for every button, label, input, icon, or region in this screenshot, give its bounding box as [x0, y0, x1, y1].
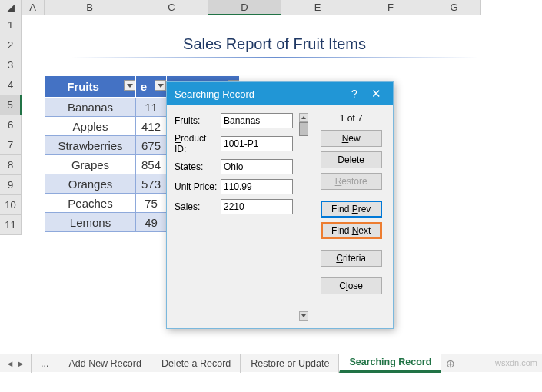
- row-header-11[interactable]: 11: [0, 215, 22, 235]
- col-header-A[interactable]: A: [22, 0, 45, 15]
- scroll-down-button[interactable]: [299, 311, 308, 321]
- row-header-6[interactable]: 6: [0, 115, 22, 135]
- col-header-G[interactable]: G: [427, 0, 481, 15]
- row-header-9[interactable]: 9: [0, 175, 22, 195]
- label-fruits: Fruits:: [175, 115, 221, 126]
- form-fields: Fruits: Product ID: States: Unit Price: …: [175, 113, 298, 299]
- add-sheet-button[interactable]: ⊕: [441, 357, 460, 370]
- sheet-tab-bar: ◄ ► ... Add New Record Delete a Record R…: [0, 354, 542, 372]
- input-states[interactable]: [221, 159, 293, 174]
- input-sales[interactable]: [221, 199, 293, 214]
- tab-ellipsis[interactable]: ...: [31, 354, 58, 373]
- cell-fruit: Grapes: [45, 155, 136, 174]
- header-price-label: e: [141, 80, 147, 93]
- delete-button[interactable]: Delete: [321, 151, 382, 168]
- col-header-E[interactable]: E: [281, 0, 354, 15]
- row-header-4[interactable]: 4: [0, 75, 22, 95]
- col-header-F[interactable]: F: [354, 0, 427, 15]
- filter-dropdown-icon[interactable]: [124, 80, 135, 91]
- tab-add-new-record[interactable]: Add New Record: [58, 354, 151, 373]
- close-button[interactable]: ✕: [365, 87, 387, 101]
- select-all-cell[interactable]: ◢: [0, 0, 22, 15]
- input-unit-price[interactable]: [221, 179, 293, 194]
- input-product-id[interactable]: [221, 136, 293, 151]
- dialog-body: Fruits: Product ID: States: Unit Price: …: [167, 105, 393, 307]
- tab-delete-a-record[interactable]: Delete a Record: [151, 354, 241, 373]
- cell-fruit: Peaches: [45, 194, 136, 213]
- input-fruits[interactable]: [221, 113, 293, 128]
- col-header-B[interactable]: B: [45, 0, 135, 15]
- row-header-7[interactable]: 7: [0, 135, 22, 155]
- watermark: wsxdn.com: [495, 358, 537, 367]
- row-header-8[interactable]: 8: [0, 155, 22, 175]
- row-header-10[interactable]: 10: [0, 195, 22, 215]
- dialog-titlebar[interactable]: Searching Record ? ✕: [167, 82, 393, 105]
- col-header-C[interactable]: C: [135, 0, 208, 15]
- label-unit-price: Unit Price:: [175, 181, 221, 192]
- header-fruits-label: Fruits: [67, 80, 99, 93]
- label-states: States:: [175, 161, 221, 172]
- cell-price: 49: [136, 213, 167, 232]
- cell-price: 75: [136, 194, 167, 213]
- report-title: Sales Report of Fruit Items: [45, 35, 504, 53]
- record-scrollbar[interactable]: [298, 113, 310, 299]
- row-header-2[interactable]: 2: [0, 35, 22, 55]
- cell-fruit: Strawberries: [45, 136, 136, 155]
- help-button[interactable]: ?: [344, 88, 365, 100]
- new-button[interactable]: NeNeww: [321, 130, 382, 147]
- find-prev-button[interactable]: Find Prev: [321, 201, 382, 218]
- column-headers: ◢ A B C D E F G: [0, 0, 481, 15]
- row-header-3[interactable]: 3: [0, 55, 22, 75]
- cell-price: 675: [136, 136, 167, 155]
- tab-restore-or-update[interactable]: Restore or Update: [241, 354, 339, 373]
- cell-fruit: Apples: [45, 117, 136, 136]
- title-underline: [71, 57, 479, 58]
- cell-price: 11: [136, 98, 167, 117]
- cell-price: 412: [136, 117, 167, 136]
- label-product-id: Product ID:: [175, 133, 221, 154]
- tab-nav-buttons[interactable]: ◄ ►: [0, 359, 31, 368]
- criteria-button[interactable]: Criteria: [321, 250, 382, 267]
- cell-fruit: Oranges: [45, 174, 136, 194]
- row-headers: 1 2 3 4 5 6 7 8 9 10 11: [0, 15, 22, 235]
- restore-button: Restore: [321, 173, 382, 190]
- cell-fruit: Bananas: [45, 98, 136, 117]
- header-price[interactable]: e: [136, 76, 167, 98]
- record-counter: 1 of 7: [317, 113, 385, 130]
- cell-price: 854: [136, 155, 167, 174]
- col-header-D[interactable]: D: [208, 0, 281, 15]
- cell-fruit: Lemons: [45, 213, 136, 232]
- scroll-up-button[interactable]: [299, 113, 308, 122]
- scroll-thumb[interactable]: [299, 122, 308, 136]
- find-next-button[interactable]: Find Next: [321, 222, 382, 239]
- row-header-5[interactable]: 5: [0, 95, 22, 115]
- tab-searching-record[interactable]: Searching Record: [339, 354, 441, 373]
- dialog-title: Searching Record: [175, 88, 344, 100]
- close-form-button[interactable]: Close: [321, 277, 382, 294]
- cell-price: 573: [136, 174, 167, 194]
- label-sales: Sales:: [175, 201, 221, 212]
- header-fruits[interactable]: Fruits: [45, 76, 136, 98]
- filter-dropdown-icon[interactable]: [155, 80, 166, 91]
- searching-record-dialog: Searching Record ? ✕ Fruits: Product ID:…: [166, 81, 394, 329]
- dialog-buttons: 1 of 7 NeNeww Delete Restore Find Prev F…: [309, 113, 385, 299]
- row-header-1[interactable]: 1: [0, 15, 22, 35]
